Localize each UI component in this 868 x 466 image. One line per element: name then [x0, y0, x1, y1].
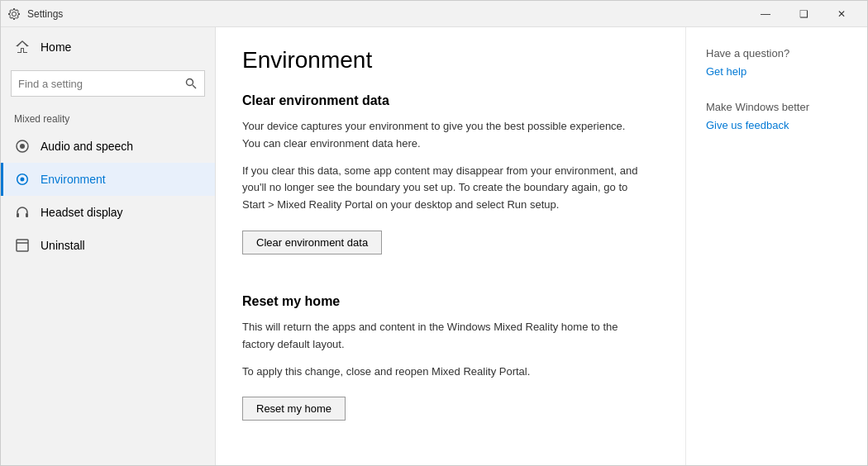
- sidebar-section-label: Mixed reality: [1, 103, 215, 130]
- clear-env-desc2: If you clear this data, some app content…: [242, 163, 639, 214]
- svg-point-3: [20, 144, 25, 149]
- svg-rect-5: [26, 213, 28, 217]
- clear-env-section: Clear environment data Your device captu…: [242, 93, 659, 274]
- window-title: Settings: [27, 8, 63, 20]
- sidebar-item-audio[interactable]: Audio and speech: [1, 130, 215, 163]
- reset-home-button[interactable]: Reset my home: [242, 397, 346, 421]
- headset-icon: [14, 204, 31, 221]
- reset-home-title: Reset my home: [242, 294, 659, 309]
- home-label: Home: [41, 40, 71, 54]
- content-area: Home Mixed reality: [1, 27, 867, 465]
- settings-window-icon: [7, 7, 21, 21]
- environment-icon: [14, 171, 31, 188]
- reset-home-section: Reset my home This will return the apps …: [242, 294, 659, 440]
- clear-env-button[interactable]: Clear environment data: [242, 231, 382, 254]
- uninstall-label: Uninstall: [41, 239, 85, 252]
- have-question-section: Have a question? Get help: [706, 47, 847, 78]
- headset-label: Headset display: [41, 206, 123, 219]
- svg-rect-4: [17, 213, 19, 217]
- make-better-heading: Make Windows better: [706, 101, 847, 113]
- search-icon: [178, 70, 204, 97]
- title-bar: Settings — ❑ ✕: [1, 1, 867, 27]
- question-heading: Have a question?: [706, 47, 847, 59]
- title-bar-left: Settings: [7, 7, 63, 21]
- reset-home-desc1: This will return the apps and content in…: [242, 319, 639, 354]
- search-input[interactable]: [12, 78, 178, 90]
- main-content: Environment Clear environment data Your …: [216, 27, 685, 465]
- svg-rect-6: [17, 240, 28, 251]
- sidebar: Home Mixed reality: [1, 27, 216, 465]
- minimize-button[interactable]: —: [746, 1, 785, 27]
- reset-home-desc2: To apply this change, close and reopen M…: [242, 364, 639, 381]
- sidebar-item-home[interactable]: Home: [1, 31, 215, 64]
- svg-line-1: [193, 85, 196, 88]
- title-bar-controls: — ❑ ✕: [746, 1, 861, 27]
- maximize-button[interactable]: ❑: [785, 1, 823, 27]
- give-feedback-link[interactable]: Give us feedback: [706, 119, 789, 131]
- sidebar-item-uninstall[interactable]: Uninstall: [1, 229, 215, 262]
- audio-icon: [14, 138, 31, 155]
- environment-label: Environment: [41, 173, 106, 186]
- audio-label: Audio and speech: [41, 140, 133, 153]
- clear-env-title: Clear environment data: [242, 93, 659, 108]
- sidebar-item-environment[interactable]: Environment: [1, 163, 215, 196]
- close-button[interactable]: ✕: [823, 1, 861, 27]
- search-box[interactable]: [11, 70, 205, 97]
- make-better-section: Make Windows better Give us feedback: [706, 101, 847, 131]
- clear-env-desc1: Your device captures your environment to…: [242, 118, 639, 153]
- settings-window: Settings — ❑ ✕ Home: [0, 0, 868, 466]
- sidebar-item-headset[interactable]: Headset display: [1, 196, 215, 229]
- get-help-link[interactable]: Get help: [706, 65, 746, 78]
- svg-point-0: [187, 79, 193, 86]
- help-panel: Have a question? Get help Make Windows b…: [685, 27, 867, 465]
- uninstall-icon: [14, 237, 31, 254]
- page-title: Environment: [242, 47, 659, 74]
- home-icon: [14, 39, 31, 55]
